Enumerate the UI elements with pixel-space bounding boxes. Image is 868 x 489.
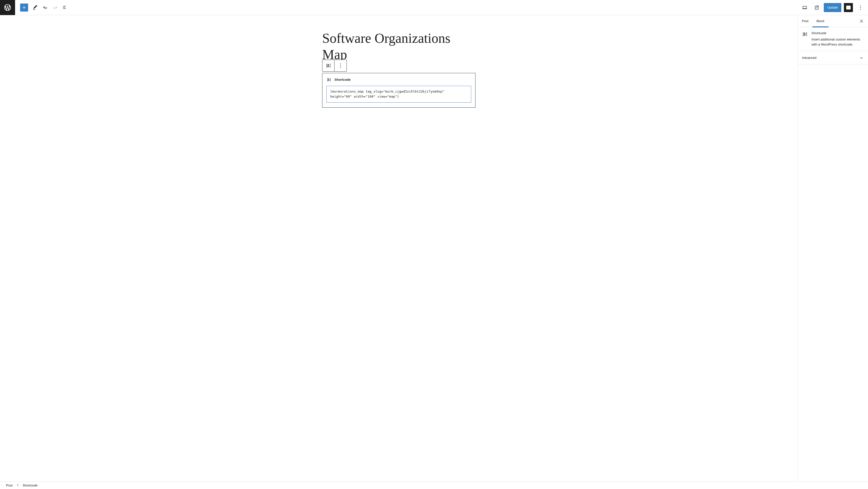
toolbar-right: Update — [800, 3, 866, 12]
undo-button[interactable] — [41, 3, 50, 12]
chevron-down-icon — [859, 55, 864, 60]
block-toolbar — [322, 60, 347, 72]
chevron-right-icon — [16, 483, 20, 487]
redo-icon — [52, 4, 58, 10]
shortcode-header: Shortcode — [327, 77, 471, 82]
block-info-description: Insert additional custom elements with a… — [811, 37, 864, 47]
undo-icon — [42, 4, 48, 10]
shortcode-icon — [326, 63, 332, 69]
block-options-button[interactable] — [335, 60, 346, 71]
svg-point-5 — [340, 63, 341, 64]
svg-point-7 — [340, 67, 341, 68]
tools-button[interactable] — [31, 3, 40, 12]
laptop-icon — [802, 4, 808, 10]
shortcode-icon — [327, 77, 332, 82]
tab-post[interactable]: Post — [798, 15, 812, 27]
block-info-icon-wrap — [802, 31, 808, 47]
shortcode-icon — [802, 31, 808, 37]
settings-sidebar: Post Block Shortcode Insert additional c… — [798, 15, 868, 482]
add-block-button[interactable] — [20, 3, 28, 11]
options-button[interactable] — [856, 3, 865, 12]
update-button[interactable]: Update — [824, 3, 841, 12]
more-vertical-icon — [338, 63, 344, 69]
shortcode-block: Shortcode — [322, 73, 475, 108]
main-area: Software Organizations Map — [0, 15, 868, 482]
post-title[interactable]: Software Organizations Map — [322, 30, 475, 63]
post-content: Software Organizations Map — [317, 30, 480, 108]
breadcrumb-separator — [16, 483, 20, 488]
toolbar-left — [0, 0, 70, 15]
view-button[interactable] — [800, 3, 809, 12]
tab-block[interactable]: Block — [812, 15, 829, 27]
pencil-icon — [32, 4, 38, 10]
shortcode-label: Shortcode — [335, 78, 350, 82]
external-link-icon — [814, 4, 820, 10]
sidebar-tabs: Post Block — [798, 15, 868, 27]
advanced-panel-title: Advanced — [802, 56, 816, 60]
wordpress-logo[interactable] — [0, 0, 15, 15]
shortcode-input[interactable] — [327, 86, 471, 103]
svg-point-6 — [340, 65, 341, 66]
settings-toggle-button[interactable] — [844, 3, 853, 12]
svg-point-2 — [860, 5, 861, 6]
more-vertical-icon — [858, 4, 864, 10]
top-toolbar: Update — [0, 0, 868, 15]
breadcrumb: Post Shortcode — [0, 482, 868, 489]
svg-point-3 — [860, 7, 861, 8]
block-info: Shortcode Insert additional custom eleme… — [802, 31, 864, 47]
advanced-panel[interactable]: Advanced — [798, 51, 868, 64]
wordpress-icon — [3, 3, 11, 11]
breadcrumb-shortcode[interactable]: Shortcode — [23, 484, 37, 487]
plus-icon — [21, 4, 27, 10]
close-sidebar-button[interactable] — [857, 17, 866, 26]
redo-button — [51, 3, 60, 12]
svg-point-4 — [860, 9, 861, 9]
list-view-icon — [62, 4, 68, 10]
block-info-title: Shortcode — [811, 31, 864, 35]
document-overview-button[interactable] — [61, 3, 70, 12]
editor-canvas[interactable]: Software Organizations Map — [0, 15, 798, 482]
svg-rect-0 — [846, 6, 850, 9]
block-info-text: Shortcode Insert additional custom eleme… — [811, 31, 864, 47]
close-icon — [859, 19, 864, 24]
block-info-section: Shortcode Insert additional custom eleme… — [798, 27, 868, 51]
breadcrumb-post[interactable]: Post — [6, 484, 12, 487]
view-post-button[interactable] — [812, 3, 821, 12]
block-type-button[interactable] — [322, 60, 335, 71]
sidebar-icon — [845, 4, 851, 10]
